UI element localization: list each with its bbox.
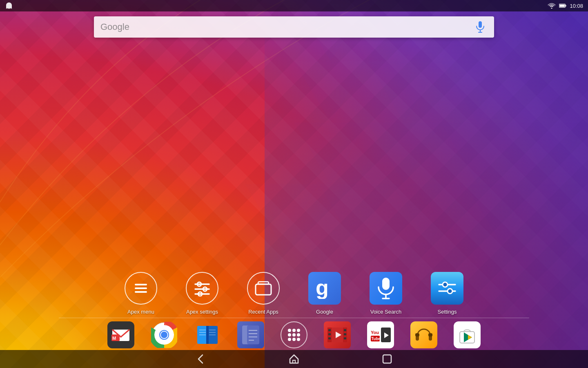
svg-rect-88	[328, 337, 331, 339]
svg-rect-110	[383, 355, 391, 363]
voice-search-label: Voice Search	[370, 309, 402, 315]
apex-menu-label: Apex menu	[127, 309, 154, 315]
wifi-icon	[548, 3, 556, 9]
app-apex-settings[interactable]: Apex settings	[186, 272, 218, 315]
svg-point-39	[199, 293, 201, 295]
svg-text:g: g	[316, 278, 329, 299]
svg-text:Tube: Tube	[371, 337, 381, 341]
svg-rect-102	[428, 333, 432, 337]
nav-home-button[interactable]	[288, 353, 300, 365]
svg-point-82	[297, 338, 300, 341]
app-recent-apps[interactable]: Recent Apps	[247, 272, 280, 315]
dock-youtube[interactable]: You Tube	[367, 321, 394, 348]
svg-rect-86	[328, 329, 331, 331]
svg-point-77	[288, 333, 291, 337]
dock-gmail[interactable]: M	[107, 321, 134, 348]
svg-rect-43	[382, 278, 390, 290]
google-icon: g	[308, 272, 341, 305]
settings-icon	[431, 272, 463, 305]
svg-point-80	[288, 338, 291, 341]
dock-film[interactable]	[324, 321, 351, 348]
apex-menu-icon	[125, 272, 157, 305]
svg-point-81	[292, 338, 296, 341]
svg-point-57	[161, 332, 167, 338]
svg-point-49	[448, 289, 452, 294]
nav-back-button[interactable]	[195, 353, 207, 365]
google-label: Google	[316, 309, 333, 315]
svg-rect-91	[344, 337, 346, 339]
svg-point-21	[551, 8, 552, 9]
svg-rect-23	[566, 5, 566, 7]
voice-search-button[interactable]	[473, 20, 488, 34]
svg-point-47	[443, 282, 448, 287]
google-search-logo: Google	[100, 22, 473, 32]
app-voice-search[interactable]: Voice Search	[370, 272, 402, 315]
svg-rect-89	[344, 329, 346, 331]
svg-point-36	[204, 288, 206, 290]
svg-text:M: M	[112, 336, 116, 341]
svg-text:You: You	[371, 330, 379, 335]
svg-rect-101	[415, 333, 419, 337]
svg-rect-40	[256, 284, 271, 295]
svg-rect-87	[328, 333, 331, 335]
dock-play-store[interactable]	[454, 321, 481, 348]
battery-icon	[559, 3, 566, 8]
svg-rect-90	[344, 333, 346, 335]
svg-rect-24	[560, 4, 565, 7]
dock-headphones[interactable]	[410, 321, 437, 348]
svg-rect-28	[135, 284, 147, 285]
svg-point-79	[297, 333, 300, 337]
dock-notes[interactable]	[237, 321, 264, 348]
bottom-dock: M	[107, 321, 481, 348]
svg-point-74	[288, 329, 291, 332]
recent-apps-icon	[247, 272, 280, 305]
svg-point-75	[292, 329, 296, 332]
search-bar[interactable]: Google	[94, 16, 494, 38]
voice-search-icon	[370, 272, 402, 305]
nav-bar	[0, 350, 588, 368]
svg-point-78	[292, 333, 296, 337]
app-apex-menu[interactable]: Apex menu	[125, 272, 157, 315]
dock-app-drawer[interactable]	[281, 321, 307, 348]
svg-rect-69	[247, 325, 259, 344]
dock-divider	[59, 318, 529, 318]
apex-settings-label: Apex settings	[186, 309, 218, 315]
dock-chrome[interactable]	[151, 321, 178, 348]
dock-book[interactable]	[194, 321, 221, 348]
svg-rect-30	[135, 291, 147, 293]
app-settings[interactable]: Settings	[431, 272, 463, 315]
svg-point-33	[198, 283, 200, 285]
svg-rect-41	[258, 282, 269, 284]
svg-rect-25	[479, 21, 482, 28]
app-google[interactable]: g Google	[308, 272, 341, 315]
ghost-icon	[5, 2, 13, 9]
recent-apps-label: Recent Apps	[248, 309, 278, 315]
svg-rect-29	[135, 287, 147, 289]
svg-point-76	[297, 329, 300, 332]
nav-recents-button[interactable]	[381, 353, 393, 365]
settings-label: Settings	[438, 309, 457, 315]
apex-settings-icon	[186, 272, 218, 305]
status-bar: 10:08	[0, 0, 588, 11]
svg-rect-61	[206, 326, 209, 344]
app-grid: Apex menu Apex settings R	[125, 272, 463, 315]
status-time: 10:08	[570, 3, 583, 9]
